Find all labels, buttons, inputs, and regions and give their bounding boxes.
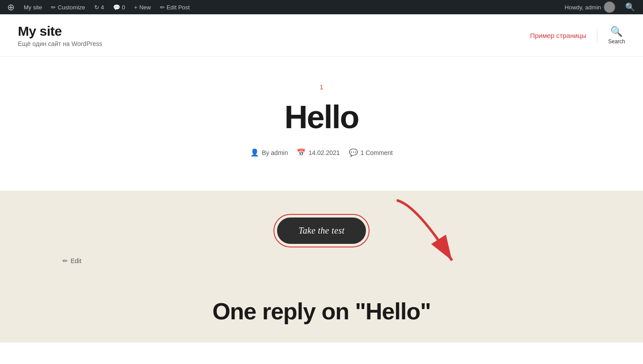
header-divider: [597, 29, 597, 42]
admin-bar-updates[interactable]: ↻ 4: [91, 0, 108, 14]
customize-label: Customize: [58, 4, 85, 11]
post-date-meta: 📅 14.02.2021: [297, 148, 340, 157]
search-button[interactable]: 🔍 Search: [608, 26, 625, 45]
edit-label: Edit: [71, 257, 81, 264]
take-test-button[interactable]: Take the test: [277, 218, 366, 244]
post-comments-meta: 💬 1 Comment: [349, 148, 393, 157]
post-title: Hello: [284, 100, 358, 135]
admin-bar-new[interactable]: + New: [130, 0, 155, 14]
updates-count: 4: [101, 4, 104, 11]
admin-bar: ⊕ My site ✏ Customize ↻ 4 💬 0 + New ✏ Ed…: [0, 0, 643, 14]
cta-button-wrapper: Take the test: [277, 218, 366, 244]
edit-post-label: Edit Post: [167, 4, 190, 11]
new-label: New: [139, 4, 151, 11]
search-icon: 🔍: [610, 26, 622, 38]
site-title: My site: [18, 23, 102, 39]
site-branding: My site Ещё один сайт на WordPress: [18, 23, 102, 47]
annotation-arrow: [384, 195, 500, 276]
main-content: 1 Hello 👤 By admin 📅 14.02.2021 💬 1 Comm…: [0, 57, 643, 191]
admin-site-name-label: My site: [24, 4, 42, 11]
cta-section: Take the test ✏ Edit: [0, 191, 643, 289]
post-category[interactable]: 1: [320, 84, 324, 91]
comment-icon: 💬: [349, 148, 358, 157]
howdy-section[interactable]: Howdy, admin: [561, 1, 619, 13]
admin-bar-right: Howdy, admin 🔍: [561, 1, 639, 13]
search-label: Search: [608, 38, 625, 45]
wp-logo-button[interactable]: ⊕: [4, 0, 18, 14]
post-comments: 1 Comment: [361, 149, 393, 156]
howdy-label: Howdy, admin: [565, 4, 601, 11]
customize-icon: ✏: [51, 4, 56, 11]
reply-section: One reply on "Hello": [0, 289, 643, 343]
post-author: By admin: [262, 149, 288, 156]
edit-post-icon: ✏: [160, 4, 165, 11]
nav-example-page[interactable]: Пример страницы: [530, 32, 586, 39]
admin-bar-edit-post[interactable]: ✏ Edit Post: [156, 0, 193, 14]
updates-icon: ↻: [94, 4, 99, 11]
admin-bar-comments[interactable]: 💬 0: [109, 0, 129, 14]
reply-title: One reply on "Hello": [18, 298, 625, 325]
comments-count: 0: [122, 4, 125, 11]
edit-icon: ✏: [63, 257, 68, 264]
admin-search-button[interactable]: 🔍: [621, 2, 639, 12]
admin-bar-site-name[interactable]: My site: [20, 0, 46, 14]
calendar-icon: 📅: [297, 148, 306, 157]
post-date: 14.02.2021: [308, 149, 340, 156]
edit-link[interactable]: ✏ Edit: [63, 257, 81, 264]
avatar: [604, 1, 615, 13]
site-header: My site Ещё один сайт на WordPress Приме…: [0, 14, 643, 57]
new-icon: +: [134, 4, 138, 11]
post-meta: 👤 By admin 📅 14.02.2021 💬 1 Comment: [250, 148, 393, 157]
author-icon: 👤: [250, 148, 259, 157]
site-tagline: Ещё один сайт на WordPress: [18, 40, 102, 47]
header-nav: Пример страницы 🔍 Search: [530, 26, 625, 45]
post-author-meta: 👤 By admin: [250, 148, 288, 157]
admin-bar-customize[interactable]: ✏ Customize: [47, 0, 88, 14]
wp-logo-icon: ⊕: [7, 2, 15, 13]
comments-icon: 💬: [113, 4, 120, 11]
